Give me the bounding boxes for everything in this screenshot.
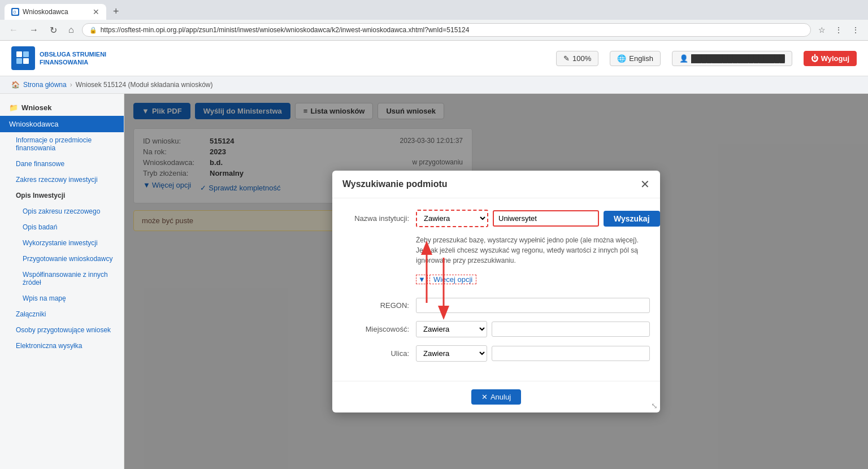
tab-title: Wnioskodawca	[23, 8, 68, 16]
city-select[interactable]: ZawieraRówna sięZaczyna się odKończy się…	[416, 321, 487, 337]
search-btn[interactable]: Wyszukaj	[604, 211, 660, 227]
breadcrumb-current: Wniosek 515124 (Moduł składania wniosków…	[76, 81, 213, 89]
cancel-btn[interactable]: ✕ Anuluj	[471, 389, 521, 405]
content-area: ▼ Plik PDF Wyślij do Ministerstwa ≡ List…	[124, 94, 868, 469]
home-btn[interactable]: ⌂	[65, 24, 77, 36]
hint-text: Żeby przeszukać bazę, wystarczy wypełnić…	[342, 235, 650, 266]
sidebar-item-opis-badan[interactable]: Opis badań	[0, 219, 124, 235]
browser-nav-bar: ← → ↻ ⌂ 🔒 https://osftest-min.opi.org.pl…	[0, 20, 868, 41]
regon-label: REGON:	[342, 301, 416, 310]
city-row: Miejscowość: ZawieraRówna sięZaczyna się…	[342, 321, 650, 337]
sidebar-item-opis-inwestycji[interactable]: Opis Inwestycji	[0, 188, 124, 203]
sidebar: 📁 Wniosek Wnioskodawca Informacje o prze…	[0, 94, 124, 469]
logo-icon	[11, 46, 35, 70]
logo-area: OBSŁUGA STRUMIENI FINANSOWANIA	[11, 46, 106, 70]
logout-label: Wyloguj	[821, 54, 849, 63]
globe-icon: 🌐	[617, 54, 626, 63]
cancel-x-icon: ✕	[481, 393, 488, 401]
logo-text: OBSŁUGA STRUMIENI FINANSOWANIA	[40, 50, 106, 67]
sidebar-item-info-finansowania[interactable]: Informacje o przedmiocie finansowania	[0, 132, 124, 156]
sidebar-item-wykorzystanie[interactable]: Wykorzystanie inwestycji	[0, 235, 124, 251]
sidebar-item-wnioskodawca[interactable]: Wnioskodawca	[0, 116, 124, 132]
institution-label: Nazwa instytucji:	[342, 214, 416, 223]
logout-btn[interactable]: ⏻ Wyloguj	[804, 51, 857, 66]
breadcrumb: 🏠 Strona główna › Wniosek 515124 (Moduł …	[0, 76, 868, 94]
forward-btn[interactable]: →	[26, 24, 42, 36]
resize-handle[interactable]: ⤡	[651, 401, 658, 410]
modal-overlay: Wyszukiwanie podmiotu ✕ Nazwa instytucji…	[124, 94, 868, 469]
sidebar-item-osoby[interactable]: Osoby przygotowujące wniosek	[0, 322, 124, 338]
home-icon: 🏠	[11, 81, 20, 89]
city-controls: ZawieraRówna sięZaczyna się odKończy się…	[416, 321, 650, 337]
svg-text:O: O	[13, 10, 16, 14]
tab-favicon: O	[11, 8, 19, 16]
regon-row: REGON:	[342, 298, 650, 313]
svg-rect-3	[23, 51, 29, 57]
bookmark-btn[interactable]: ☆	[815, 24, 828, 36]
nav-actions: ☆ ⋮ ⋮	[815, 24, 862, 36]
user-label: ██████████████████	[691, 54, 785, 63]
sidebar-item-wspolfinansowanie[interactable]: Współfinansowanie z innych źródeł	[0, 267, 124, 290]
modal-body: Nazwa instytucji: ZawieraRówna sięZaczyn…	[332, 198, 660, 381]
lang-label: English	[629, 54, 653, 63]
url-text: https://osftest-min.opi.org.pl/app/zsun1…	[101, 26, 804, 34]
sidebar-item-zakres[interactable]: Zakres rzeczowy inwestycji	[0, 172, 124, 188]
modal-close-btn[interactable]: ✕	[640, 179, 650, 190]
sidebar-item-dane-finansowe[interactable]: Dane finansowe	[0, 156, 124, 172]
sidebar-item-wpis-mape[interactable]: Wpis na mapę	[0, 290, 124, 306]
institution-input[interactable]	[493, 210, 599, 227]
search-modal: Wyszukiwanie podmiotu ✕ Nazwa instytucji…	[332, 171, 660, 412]
modal-title: Wyszukiwanie podmiotu	[342, 179, 448, 189]
svg-rect-4	[16, 58, 22, 64]
lock-icon: 🔒	[89, 27, 97, 34]
sidebar-item-opis-zakresu[interactable]: Opis zakresu rzeczowego	[0, 203, 124, 219]
back-btn[interactable]: ←	[6, 24, 21, 36]
tab-close-btn[interactable]: ✕	[93, 7, 99, 16]
breadcrumb-home[interactable]: Strona główna	[23, 81, 67, 89]
user-btn[interactable]: 👤 ██████████████████	[672, 51, 792, 66]
browser-chrome: O Wnioskodawca ✕ + ← → ↻ ⌂ 🔒 https://osf…	[0, 0, 868, 41]
sidebar-item-zalaczniki[interactable]: Załączniki	[0, 306, 124, 322]
institution-row: Nazwa instytucji: ZawieraRówna sięZaczyn…	[342, 210, 650, 227]
new-tab-btn[interactable]: +	[108, 3, 124, 20]
street-label: Ulica:	[342, 349, 416, 358]
sidebar-item-wniosek[interactable]: 📁 Wniosek	[0, 99, 124, 116]
folder-icon: 📁	[9, 103, 18, 112]
city-label: Miejscowość:	[342, 325, 416, 333]
browser-tab: O Wnioskodawca ✕	[5, 4, 106, 20]
regon-input[interactable]	[416, 298, 650, 313]
address-bar[interactable]: 🔒 https://osftest-min.opi.org.pl/app/zsu…	[82, 23, 811, 37]
regon-controls	[416, 298, 650, 313]
zoom-icon: ✎	[563, 54, 570, 63]
user-icon: 👤	[679, 54, 688, 63]
svg-rect-2	[16, 51, 22, 57]
menu-btn[interactable]: ⋮	[849, 24, 862, 36]
street-select[interactable]: ZawieraRówna sięZaczyna się odKończy się…	[416, 345, 487, 362]
app-header: OBSŁUGA STRUMIENI FINANSOWANIA ✎ 100% 🌐 …	[0, 41, 868, 76]
modal-header: Wyszukiwanie podmiotu ✕	[332, 171, 660, 198]
tab-bar: O Wnioskodawca ✕ +	[0, 0, 868, 20]
institution-select[interactable]: ZawieraRówna sięZaczyna się odKończy się…	[416, 210, 488, 227]
city-input[interactable]	[492, 322, 650, 337]
main-content: 📁 Wniosek Wnioskodawca Informacje o prze…	[0, 94, 868, 469]
zoom-btn[interactable]: ✎ 100%	[556, 51, 598, 66]
sidebar-item-wysylka[interactable]: Elektroniczna wysyłka	[0, 338, 124, 354]
extensions-btn[interactable]: ⋮	[832, 24, 845, 36]
modal-more-options-link[interactable]: ▼ Więcej opcji	[416, 275, 476, 284]
zoom-label: 100%	[572, 54, 591, 63]
street-input[interactable]	[492, 346, 650, 361]
sidebar-item-przygotowanie[interactable]: Przygotowanie wnioskodawcy	[0, 251, 124, 267]
street-controls: ZawieraRówna sięZaczyna się odKończy się…	[416, 345, 650, 362]
language-btn[interactable]: 🌐 English	[610, 51, 661, 66]
chevron-down-icon-modal: ▼	[416, 275, 428, 284]
breadcrumb-separator: ›	[70, 81, 72, 89]
reload-btn[interactable]: ↻	[46, 24, 60, 37]
institution-controls: ZawieraRówna sięZaczyna się odKończy się…	[416, 210, 660, 227]
svg-rect-5	[23, 58, 29, 64]
street-row: Ulica: ZawieraRówna sięZaczyna się odKoń…	[342, 345, 650, 362]
modal-footer: ✕ Anuluj	[332, 381, 660, 412]
power-icon: ⏻	[811, 54, 818, 63]
